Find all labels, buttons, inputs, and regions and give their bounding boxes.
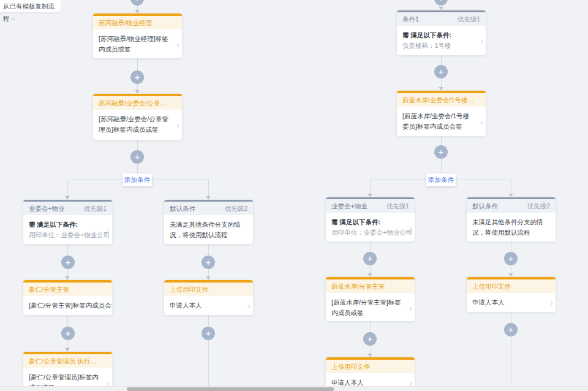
flow-node-condition-left-1[interactable]: 业委会+物业优先级1 需 满足以下条件: 用印单位：业委会+物业公司 › <box>23 200 112 244</box>
arrow-down-icon <box>65 348 70 351</box>
arrow-down-icon <box>508 194 513 197</box>
flow-canvas: + + + + + + + + + + + + + + 添加条件 添加条件 苏河… <box>0 0 588 391</box>
node-summary: [蔚蓝水岸/分管主管]标签内成员或签 <box>331 298 401 316</box>
flow-node-upload-right[interactable]: 上传用印文件 申请人本人› <box>467 277 556 312</box>
breadcrumb[interactable]: 从已有模板复制流程» <box>0 0 61 12</box>
arrow-down-icon <box>368 354 372 357</box>
priority-badge: 优先级1 <box>84 202 107 215</box>
condition-title: 业委会+物业 <box>29 202 65 215</box>
flow-node-condition-right-default[interactable]: 默认条件优先级2 未满足其他条件分支的情况，将使用默认流程 <box>467 197 556 241</box>
add-node-button[interactable]: + <box>434 65 448 78</box>
node-summary: [苏河融景/业委会/公章管理员]标签内成员或签 <box>99 115 168 133</box>
add-condition-button[interactable]: 添加条件 <box>123 173 152 186</box>
add-node-button[interactable]: + <box>61 256 75 269</box>
priority-badge: 优先级2 <box>527 199 550 213</box>
chevron-right-icon: › <box>107 226 110 235</box>
priority-badge: 优先级1 <box>386 199 409 213</box>
arrow-down-icon <box>65 196 70 199</box>
add-node-button[interactable]: + <box>504 323 518 336</box>
add-node-button[interactable]: + <box>130 0 144 6</box>
breadcrumb-arrow-icon: » <box>12 15 15 22</box>
rule-label: 需 满足以下条件: <box>331 217 404 227</box>
flow-node-approver-weilan-committee[interactable]: 蔚蓝水岸/业委会/1号楼… [蔚蓝水岸/业委会/1号楼委员]标签内成员会签› <box>397 91 486 136</box>
node-title: 蔚蓝水岸/分管主管 <box>326 279 415 293</box>
add-node-button[interactable]: + <box>130 70 144 84</box>
node-summary: 申请人本人 <box>331 379 364 386</box>
node-title: 上传用印文件 <box>326 360 415 373</box>
add-node-button[interactable]: + <box>504 252 518 265</box>
node-title: 上传用印文件 <box>164 283 253 296</box>
chevron-right-icon: › <box>409 304 412 313</box>
add-node-button[interactable]: + <box>434 0 448 6</box>
flow-node-condition-1[interactable]: 条件1优先级1 需 满足以下条件: 负责楼栋：1号楼 › <box>397 10 486 55</box>
node-title: 苏河融景/业委会/公章… <box>93 96 182 110</box>
arrow-down-icon <box>135 90 140 93</box>
condition-title: 默认条件 <box>170 202 195 215</box>
arrow-down-icon <box>206 276 211 279</box>
node-title: 蔚蓝水岸/业委会/1号楼… <box>397 93 486 107</box>
node-title: 豪仁/分管主管 <box>23 283 112 296</box>
node-summary: 未满足其他条件分支的情况，将使用默认流程 <box>472 218 543 236</box>
rule-text: 用印单位：业委会+物业公司 <box>331 227 404 238</box>
flow-node-approver-suhe-property-manager[interactable]: 苏河融景/物业经理 [苏河融景/物业经理]标签内成员或签› <box>93 13 182 58</box>
rule-label: 需 满足以下条件: <box>29 219 101 230</box>
flow-node-condition-right-1[interactable]: 业委会+物业优先级1 需 满足以下条件: 用印单位：业委会+物业公司 › <box>326 197 415 241</box>
chevron-right-icon: › <box>176 121 179 129</box>
arrow-down-icon <box>368 194 372 197</box>
add-condition-button[interactable]: 添加条件 <box>426 173 456 186</box>
node-summary: 申请人本人 <box>472 298 505 306</box>
add-node-button[interactable]: + <box>202 256 215 269</box>
horizontal-scrollbar-track[interactable] <box>0 386 588 391</box>
breadcrumb-label: 从已有模板复制流程 <box>3 2 55 22</box>
add-node-button[interactable]: + <box>130 150 144 164</box>
chevron-right-icon: › <box>409 224 412 232</box>
node-title: 上传用印文件 <box>467 279 556 293</box>
add-node-button[interactable]: + <box>434 145 448 159</box>
chevron-right-icon: › <box>176 40 179 49</box>
chevron-right-icon: › <box>480 37 483 45</box>
arrow-down-icon <box>439 87 443 90</box>
node-summary: 未满足其他条件分支的情况，将使用默认流程 <box>170 221 241 238</box>
flow-node-approver-weilan-supervisor[interactable]: 蔚蓝水岸/分管主管 [蔚蓝水岸/分管主管]标签内成员或签› <box>326 277 415 321</box>
arrow-down-icon <box>508 273 513 276</box>
node-title: 豪仁/公章管理员 执行… <box>23 354 112 368</box>
arrow-down-icon <box>439 7 443 10</box>
node-summary: [豪仁/分管主管]标签内成员会签 <box>29 302 112 309</box>
arrow-down-icon <box>135 10 140 13</box>
add-node-button[interactable]: + <box>363 252 377 265</box>
node-summary: [蔚蓝水岸/业委会/1号楼委员]标签内成员会签 <box>402 112 469 130</box>
arrow-down-icon <box>65 276 70 279</box>
flow-node-approver-suhe-committee-seal[interactable]: 苏河融景/业委会/公章… [苏河融景/业委会/公章管理员]标签内成员或签› <box>93 94 182 140</box>
chevron-right-icon: › <box>550 298 553 307</box>
flow-node-upload-left[interactable]: 上传用印文件 申请人本人› <box>164 280 253 315</box>
rule-text: 用印单位：业委会+物业公司 <box>29 230 101 240</box>
chevron-right-icon: › <box>107 302 110 310</box>
condition-title: 条件1 <box>402 12 419 26</box>
add-node-button[interactable]: + <box>202 327 215 340</box>
node-summary: [苏河融景/物业经理]标签内成员或签 <box>99 35 168 53</box>
horizontal-scrollbar-thumb[interactable] <box>127 387 334 391</box>
condition-title: 业委会+物业 <box>331 199 368 213</box>
rule-label: 需 满足以下条件: <box>402 30 475 40</box>
condition-title: 默认条件 <box>472 199 498 213</box>
add-node-button[interactable]: + <box>61 327 75 340</box>
add-node-button[interactable]: + <box>363 332 377 346</box>
rule-text: 负责楼栋：1号楼 <box>402 40 475 51</box>
node-title: 苏河融景/物业经理 <box>93 16 182 29</box>
chevron-right-icon: › <box>480 118 483 126</box>
flow-node-condition-left-default[interactable]: 默认条件优先级2 未满足其他条件分支的情况，将使用默认流程 <box>164 200 253 244</box>
node-summary: 申请人本人 <box>170 302 202 309</box>
chevron-right-icon: › <box>247 302 251 310</box>
arrow-down-icon <box>368 273 372 276</box>
priority-badge: 优先级1 <box>458 12 480 26</box>
priority-badge: 优先级2 <box>225 202 247 215</box>
flow-node-approver-haoren-supervisor[interactable]: 豪仁/分管主管 [豪仁/分管主管]标签内成员会签› <box>23 280 112 315</box>
arrow-down-icon <box>206 196 211 199</box>
flow-node-approver-haoren-seal-admin[interactable]: 豪仁/公章管理员 执行… [豪仁/公章管理员]标签内成员或签› <box>23 352 112 391</box>
